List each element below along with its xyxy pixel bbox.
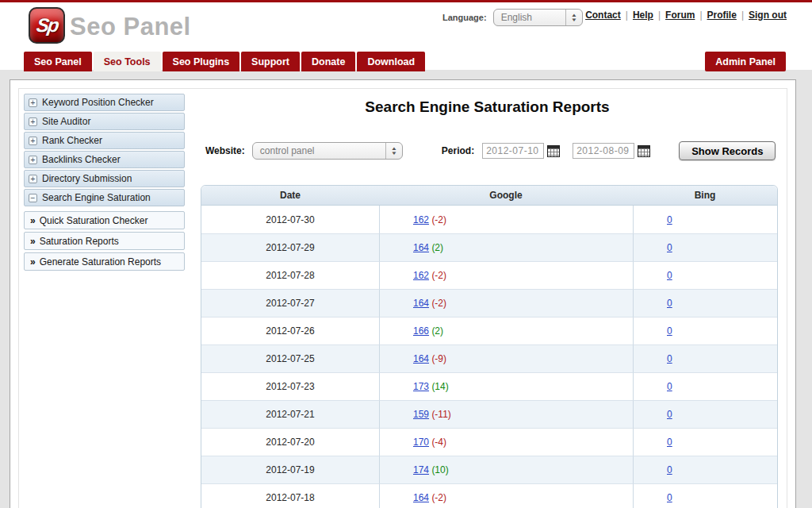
select-stepper-icon: ▲▼ (565, 10, 582, 25)
bing-cell: 0 (633, 233, 777, 261)
website-select[interactable]: control panel ▲▼ (252, 142, 403, 160)
top-accent-bar (0, 0, 812, 2)
plus-icon: + (29, 117, 37, 126)
sidebar-subitem-label: Saturation Reports (40, 236, 119, 247)
plus-icon: + (29, 137, 37, 145)
change-badge: (-11) (431, 409, 450, 420)
sidebar-item-search-engine-saturation[interactable]: −Search Engine Saturation (24, 189, 185, 206)
google-count-link[interactable]: 159 (413, 409, 429, 420)
google-count-link[interactable]: 164 (413, 492, 429, 503)
table-row: 2012-07-21159 (-11)0 (201, 400, 777, 428)
change-badge: (10) (431, 464, 448, 475)
nav-tab-download[interactable]: Download (357, 52, 425, 71)
bing-cell: 0 (633, 483, 777, 508)
sidebar-item-backlinks-checker[interactable]: +Backlinks Checker (24, 151, 185, 168)
google-count-link[interactable]: 164 (413, 298, 429, 309)
sidebar: +Keyword Position Checker+Site Auditor+R… (24, 94, 185, 273)
column-header-date[interactable]: Date (201, 186, 379, 206)
sidebar-item-label: Search Engine Saturation (42, 192, 151, 203)
double-chevron-icon: » (30, 215, 36, 226)
change-badge: (14) (431, 381, 448, 392)
sidebar-item-label: Keyword Position Checker (42, 97, 154, 108)
header-link-help[interactable]: Help (633, 10, 653, 21)
bing-count-link[interactable]: 0 (667, 381, 672, 392)
period-to-input[interactable] (573, 143, 634, 159)
change-badge: (-4) (431, 437, 446, 448)
google-cell: 164 (2) (379, 233, 633, 261)
bing-count-link[interactable]: 0 (667, 298, 672, 309)
bing-count-link[interactable]: 0 (667, 353, 672, 364)
seo-panel-logo[interactable]: Sp (29, 7, 65, 44)
admin-panel-button[interactable]: Admin Panel (705, 52, 786, 71)
bing-count-link[interactable]: 0 (667, 325, 672, 337)
google-count-link[interactable]: 170 (413, 437, 429, 448)
plus-icon: + (29, 175, 37, 183)
sidebar-item-site-auditor[interactable]: +Site Auditor (24, 113, 185, 130)
nav-tab-donate[interactable]: Donate (301, 52, 355, 71)
sidebar-subitem-label: Quick Saturation Checker (40, 215, 148, 226)
date-cell: 2012-07-29 (201, 233, 379, 261)
website-label: Website: (205, 145, 245, 156)
table-row: 2012-07-30162 (-2)0 (201, 206, 777, 233)
bing-count-link[interactable]: 0 (667, 437, 672, 448)
sidebar-subitem-quick-saturation-checker[interactable]: »Quick Saturation Checker (24, 211, 185, 229)
bing-cell: 0 (633, 261, 777, 289)
sidebar-item-rank-checker[interactable]: +Rank Checker (24, 132, 185, 149)
website-select-value: control panel (253, 145, 385, 156)
google-count-link[interactable]: 164 (413, 353, 429, 364)
date-cell: 2012-07-21 (201, 400, 379, 428)
change-badge: (-2) (431, 270, 446, 281)
column-header-google[interactable]: Google (379, 186, 633, 206)
language-select[interactable]: English ▲▼ (493, 9, 583, 26)
header-link-profile[interactable]: Profile (707, 10, 737, 21)
google-count-link[interactable]: 162 (413, 270, 429, 281)
google-count-link[interactable]: 162 (413, 214, 429, 225)
bing-count-link[interactable]: 0 (667, 214, 672, 225)
google-cell: 173 (14) (379, 372, 633, 400)
sidebar-item-directory-submission[interactable]: +Directory Submission (24, 170, 185, 187)
google-count-link[interactable]: 166 (413, 325, 429, 337)
bing-count-link[interactable]: 0 (667, 270, 672, 281)
logo-monogram: Sp (35, 14, 59, 37)
main-nav: Seo PanelSeo ToolsSeo PluginsSupportDona… (24, 52, 425, 71)
main-content: Search Engine Saturation Reports Website… (191, 89, 783, 508)
nav-tab-seo-plugins[interactable]: Seo Plugins (163, 52, 240, 71)
plus-icon: + (29, 156, 37, 164)
sidebar-sub-list: »Quick Saturation Checker»Saturation Rep… (24, 211, 185, 271)
bing-cell: 0 (633, 428, 777, 456)
calendar-icon[interactable] (638, 145, 650, 157)
nav-tab-support[interactable]: Support (241, 52, 300, 71)
date-cell: 2012-07-30 (201, 206, 379, 233)
sidebar-subitem-saturation-reports[interactable]: »Saturation Reports (24, 232, 185, 250)
google-count-link[interactable]: 174 (413, 464, 429, 475)
bing-cell: 0 (633, 400, 777, 428)
nav-tab-seo-tools[interactable]: Seo Tools (94, 52, 161, 71)
bing-count-link[interactable]: 0 (667, 492, 672, 503)
bing-count-link[interactable]: 0 (667, 464, 672, 475)
column-header-bing[interactable]: Bing (633, 186, 777, 206)
sidebar-item-keyword-position-checker[interactable]: +Keyword Position Checker (24, 94, 185, 111)
google-count-link[interactable]: 173 (413, 381, 429, 392)
bing-count-link[interactable]: 0 (667, 242, 672, 253)
double-chevron-icon: » (30, 256, 36, 267)
header-link-contact[interactable]: Contact (585, 10, 621, 21)
bing-count-link[interactable]: 0 (667, 409, 672, 420)
sidebar-subitem-generate-saturation-reports[interactable]: »Generate Saturation Reports (24, 252, 185, 271)
header-link-sign-out[interactable]: Sign out (749, 10, 787, 21)
change-badge: (-2) (431, 298, 446, 309)
sidebar-item-label: Site Auditor (42, 116, 90, 127)
google-cell: 164 (-2) (379, 483, 633, 508)
date-cell: 2012-07-20 (201, 428, 379, 456)
table-row: 2012-07-27164 (-2)0 (201, 289, 777, 317)
period-from-input[interactable] (482, 143, 544, 159)
calendar-icon[interactable] (547, 145, 560, 157)
header: Sp Seo Panel Language: English ▲▼ Contac… (0, 2, 812, 70)
link-separator: | (626, 10, 628, 21)
table-row: 2012-07-20170 (-4)0 (201, 428, 777, 456)
nav-tab-seo-panel[interactable]: Seo Panel (24, 52, 92, 71)
table-row: 2012-07-25164 (-9)0 (201, 344, 777, 372)
bing-cell: 0 (633, 344, 777, 372)
show-records-button[interactable]: Show Records (679, 141, 776, 160)
google-count-link[interactable]: 164 (413, 242, 429, 253)
header-link-forum[interactable]: Forum (665, 10, 695, 21)
